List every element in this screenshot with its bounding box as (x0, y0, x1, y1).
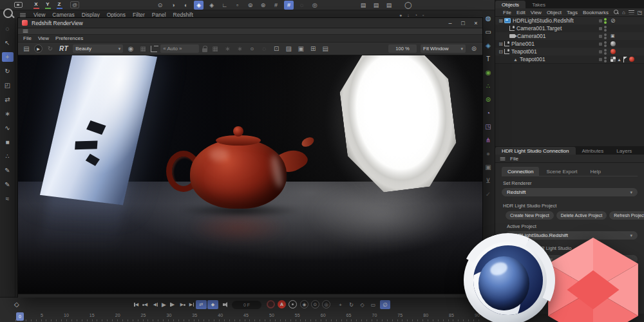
download-icon[interactable]: ↓ (407, 13, 410, 17)
om-view[interactable]: View (531, 10, 542, 15)
visibility-dots[interactable] (604, 33, 607, 39)
viewport-menu-icon[interactable] (20, 13, 26, 17)
previous-key-button[interactable]: ◀ (142, 300, 150, 309)
previous-frame-button[interactable]: ◀ (151, 300, 159, 309)
rv-menu-preferences[interactable]: Preferences (55, 35, 83, 41)
soft-selection-tool[interactable]: ∿ (2, 123, 14, 133)
rv-menu-view[interactable]: View (38, 35, 49, 41)
check-icon[interactable]: ✓ (483, 189, 493, 198)
cube-mode-icon[interactable]: ◈ (194, 1, 204, 10)
shading-sphere-alt-icon[interactable]: ◐ (181, 1, 191, 10)
object-row-camera-target[interactable]: Camera001.Target (495, 24, 644, 32)
transform-tool[interactable]: ⇄ (2, 95, 14, 104)
keyframe-nav-toggle[interactable]: ◆ (207, 300, 218, 309)
circle-tool-icon[interactable]: ◌ (297, 1, 307, 10)
square-icon[interactable]: ▫ (422, 13, 424, 17)
home-icon[interactable]: ⌂ (622, 10, 625, 15)
camera-object-icon[interactable]: ▣ (483, 162, 493, 171)
character-object-icon[interactable]: ⋔ (483, 135, 493, 144)
axis-corner-icon[interactable]: ∟ (220, 1, 229, 10)
move-tool[interactable]: + (2, 52, 14, 62)
visibility-dots[interactable] (604, 49, 607, 55)
hdr-file-menu[interactable]: File (510, 156, 518, 162)
visibility-dots[interactable] (604, 26, 607, 32)
sculpt-tool[interactable]: ≈ (2, 194, 14, 204)
render-view-button[interactable]: ▤ (358, 1, 368, 10)
rv-menu-file[interactable]: File (23, 35, 32, 41)
cloner-object-icon[interactable]: ∴ (483, 81, 493, 90)
team-render-icon[interactable]: ◯ (404, 1, 412, 8)
keyframe-diamond-icon[interactable]: ◇ (14, 301, 19, 308)
points-tool[interactable]: ∴ (2, 151, 14, 161)
crop-icon[interactable] (151, 46, 157, 52)
om-file[interactable]: File (503, 10, 511, 15)
renderer-dropdown[interactable]: Redshift ▾ (502, 188, 638, 196)
denoise-icon[interactable]: ▨ (284, 44, 293, 54)
om-object[interactable]: Object (547, 10, 562, 15)
gizmo-icon[interactable]: ⊚ (245, 1, 255, 10)
cube-object-icon[interactable]: ◈ (483, 41, 493, 50)
auto-dropdown[interactable]: « Auto » (160, 44, 199, 53)
axis-z-button[interactable]: Z (55, 1, 64, 9)
create-project-button[interactable]: Create New Project (506, 211, 554, 220)
cube-alt-icon[interactable]: ◈ (207, 1, 216, 10)
subtab-scene-export[interactable]: Scene Export (540, 167, 583, 176)
render-picture-viewer-button[interactable]: ▤ (371, 1, 381, 10)
shading-sphere-icon[interactable]: ◑ (168, 1, 178, 10)
subtab-connection[interactable]: Connection (502, 167, 539, 176)
environment-object-icon[interactable]: ◳ (483, 122, 493, 131)
deformer-object-icon[interactable]: ◔ (483, 108, 493, 117)
loop-toggle[interactable]: ⇄ (196, 300, 207, 309)
pass-dropdown[interactable]: Beauty ▾ (73, 44, 123, 53)
region-circle-icon[interactable]: ○ (247, 44, 256, 54)
expand-view-icon[interactable]: ⊡ (272, 44, 281, 54)
live-selection-tool[interactable]: ◌ (2, 24, 14, 33)
expand-toggle[interactable]: ⊞ (498, 18, 504, 24)
popout-icon[interactable]: ◳ (638, 10, 643, 15)
sound-toggle[interactable] (222, 300, 231, 309)
minimize-button[interactable]: – (444, 18, 457, 28)
scale-tool[interactable]: ◰ (2, 80, 14, 90)
grid-icon[interactable]: # (271, 1, 281, 10)
record-rotation-button[interactable]: ◎ (322, 300, 330, 308)
bucket-grid-icon[interactable]: ▦ (138, 44, 147, 54)
image-icon[interactable]: ▣ (296, 44, 305, 54)
object-row-teapot-child[interactable]: ▲ Teapot001 ▲ (495, 55, 644, 63)
material-tag-red[interactable] (629, 57, 634, 62)
record-button[interactable] (267, 300, 275, 308)
copy-page-icon[interactable]: ▤ (321, 44, 330, 54)
snapshot-compare-icon[interactable]: ∗ (235, 44, 244, 54)
visibility-dots[interactable] (604, 57, 607, 62)
tweak-tool[interactable]: ↖ (2, 38, 14, 48)
goto-start-button[interactable]: ◀ (133, 300, 141, 309)
uv-tag-icon[interactable] (611, 57, 616, 62)
position-key-icon[interactable]: + (336, 300, 345, 309)
search-icon[interactable] (614, 10, 619, 15)
layer-chip[interactable] (599, 35, 602, 38)
om-edit[interactable]: Edit (516, 10, 526, 15)
field-object-icon[interactable]: ● (483, 149, 493, 158)
restart-render-icon[interactable]: ↻ (46, 44, 55, 54)
transform-alt-tool[interactable]: ∗ (2, 109, 14, 118)
polygon-tool[interactable]: ■ (2, 137, 14, 147)
play-button[interactable]: ▶ (160, 300, 168, 309)
object-row-hdrlightstudio[interactable]: ⊞ HDRLightStudio.Redshift ⊘ (495, 17, 644, 24)
layer-chip[interactable] (599, 27, 602, 30)
tab-hdr-connection[interactable]: HDR Light Studio Connection (495, 147, 576, 155)
next-frame-button[interactable]: ▶ (169, 300, 177, 309)
parameter-key-icon[interactable]: ◇ (358, 300, 366, 309)
render-canvas[interactable] (18, 55, 482, 294)
frame-counter-field[interactable]: 0 F (232, 301, 261, 309)
coordinates-icon[interactable]: @ (70, 1, 79, 8)
rt-mode-label[interactable]: RT (59, 45, 68, 52)
zoom-level-field[interactable]: 100 % (388, 44, 417, 53)
object-row-teapot-parent[interactable]: ⊟ Teapot001 (495, 48, 644, 55)
om-tags[interactable]: Tags (567, 10, 578, 15)
axis-y-button[interactable]: Y (43, 1, 52, 9)
brush-tool[interactable]: ✎ (2, 166, 14, 175)
hdr-menu-icon[interactable] (500, 157, 506, 160)
timeline-playhead[interactable]: 0 (16, 312, 24, 321)
text-object-icon[interactable]: T (483, 54, 493, 63)
tab-layers[interactable]: Layers (610, 147, 638, 155)
record-position-button[interactable]: ◉ (300, 300, 308, 308)
